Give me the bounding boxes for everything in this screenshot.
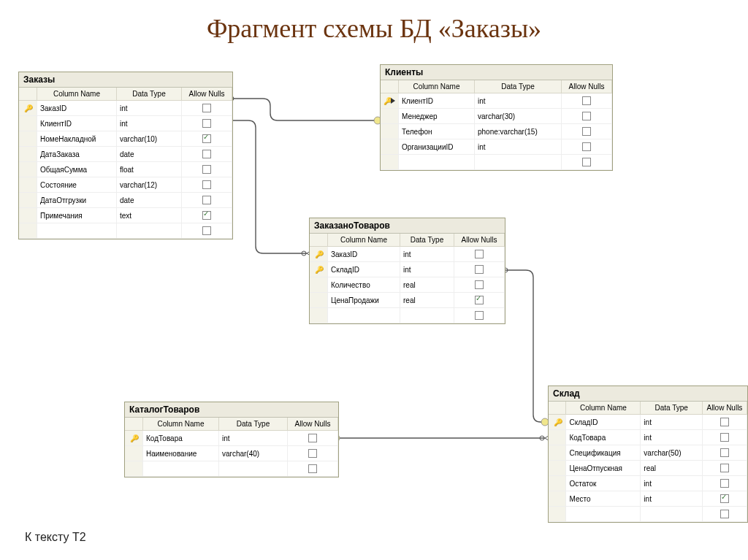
data-type-cell[interactable]: int <box>475 93 562 109</box>
allow-nulls-cell[interactable] <box>454 262 505 277</box>
data-type-cell[interactable]: int <box>117 101 182 116</box>
table-ordered-goods[interactable]: ЗаказаноТоваров Column Name Data Type Al… <box>309 218 505 324</box>
allow-nulls-checkbox[interactable] <box>475 265 484 274</box>
allow-nulls-checkbox[interactable] <box>202 180 211 189</box>
allow-nulls-cell[interactable] <box>562 109 612 124</box>
allow-nulls-cell[interactable] <box>702 507 747 522</box>
data-type-cell[interactable]: text <box>117 208 182 223</box>
allow-nulls-checkbox[interactable] <box>308 434 317 442</box>
table-row[interactable]: ДатаОтгрузкиdate <box>19 193 232 208</box>
data-type-cell[interactable] <box>641 507 703 522</box>
allow-nulls-checkbox[interactable] <box>720 448 729 457</box>
column-name-cell[interactable]: Остаток <box>566 476 641 491</box>
allow-nulls-checkbox[interactable] <box>202 226 211 235</box>
allow-nulls-cell[interactable] <box>288 461 338 477</box>
table-row[interactable]: Состояниеvarchar(12) <box>19 177 232 193</box>
table-row[interactable]: 🔑ЗаказIDint <box>310 247 505 262</box>
data-type-cell[interactable]: date <box>117 147 182 162</box>
data-type-cell[interactable]: int <box>475 139 562 155</box>
column-name-cell[interactable] <box>328 308 400 323</box>
data-type-cell[interactable]: real <box>641 461 703 476</box>
allow-nulls-checkbox[interactable] <box>202 165 211 174</box>
column-name-cell[interactable]: ОбщаяСумма <box>37 162 117 177</box>
data-type-cell[interactable]: real <box>400 277 454 293</box>
allow-nulls-checkbox[interactable] <box>582 127 591 136</box>
allow-nulls-cell[interactable] <box>288 431 338 446</box>
table-catalog[interactable]: КаталогТоваров Column Name Data Type All… <box>124 402 339 477</box>
allow-nulls-cell[interactable] <box>182 223 232 239</box>
data-type-cell[interactable]: varchar(10) <box>117 131 182 147</box>
data-type-cell[interactable] <box>400 308 454 323</box>
allow-nulls-cell[interactable] <box>562 155 612 170</box>
table-orders[interactable]: Заказы Column Name Data Type Allow Nulls… <box>18 72 233 239</box>
allow-nulls-cell[interactable] <box>562 93 612 109</box>
table-row[interactable]: 🔑СкладIDint <box>310 262 505 277</box>
allow-nulls-cell[interactable] <box>454 277 505 293</box>
column-name-cell[interactable] <box>399 155 475 170</box>
column-name-cell[interactable]: Телефон <box>399 124 475 139</box>
column-name-cell[interactable]: СкладID <box>328 262 400 277</box>
allow-nulls-checkbox[interactable] <box>720 418 729 426</box>
column-name-cell[interactable]: Количество <box>328 277 400 293</box>
table-row[interactable]: Менеджерvarchar(30) <box>381 109 612 124</box>
table-row[interactable]: Остатокint <box>549 476 747 491</box>
allow-nulls-checkbox[interactable] <box>202 150 211 158</box>
allow-nulls-cell[interactable] <box>288 446 338 461</box>
data-type-cell[interactable]: varchar(30) <box>475 109 562 124</box>
allow-nulls-checkbox[interactable] <box>475 280 484 289</box>
allow-nulls-checkbox[interactable] <box>202 134 211 143</box>
table-row[interactable]: 🔑СкладIDint <box>549 415 747 430</box>
table-row[interactable]: ОбщаяСуммаfloat <box>19 162 232 177</box>
allow-nulls-cell[interactable] <box>182 162 232 177</box>
table-clients[interactable]: Клиенты Column Name Data Type Allow Null… <box>380 64 613 171</box>
allow-nulls-cell[interactable] <box>702 461 747 476</box>
data-type-cell[interactable]: varchar(50) <box>641 445 703 461</box>
table-row[interactable]: Примечанияtext <box>19 208 232 223</box>
column-name-cell[interactable]: НомеНакладной <box>37 131 117 147</box>
column-name-cell[interactable]: ЗаказID <box>328 247 400 262</box>
allow-nulls-cell[interactable] <box>702 491 747 507</box>
table-stock[interactable]: Склад Column Name Data Type Allow Nulls … <box>548 386 748 523</box>
allow-nulls-cell[interactable] <box>454 247 505 262</box>
allow-nulls-checkbox[interactable] <box>720 433 729 442</box>
table-row[interactable] <box>381 155 612 170</box>
allow-nulls-cell[interactable] <box>562 124 612 139</box>
data-type-cell[interactable] <box>117 223 182 239</box>
data-type-cell[interactable]: phone:varchar(15) <box>475 124 562 139</box>
table-row[interactable]: ОрганизацииIDint <box>381 139 612 155</box>
table-row[interactable] <box>549 507 747 522</box>
data-type-cell[interactable]: int <box>641 415 703 430</box>
column-name-cell[interactable] <box>566 507 641 522</box>
data-type-cell[interactable]: real <box>400 293 454 308</box>
table-row[interactable] <box>19 223 232 239</box>
allow-nulls-cell[interactable] <box>702 445 747 461</box>
allow-nulls-checkbox[interactable] <box>475 296 484 304</box>
data-type-cell[interactable]: int <box>641 491 703 507</box>
column-name-cell[interactable]: Состояние <box>37 177 117 193</box>
allow-nulls-checkbox[interactable] <box>720 510 729 518</box>
column-name-cell[interactable]: Примечания <box>37 208 117 223</box>
data-type-cell[interactable]: float <box>117 162 182 177</box>
allow-nulls-checkbox[interactable] <box>202 211 211 220</box>
allow-nulls-checkbox[interactable] <box>582 112 591 120</box>
table-row[interactable] <box>310 308 505 323</box>
column-name-cell[interactable]: СкладID <box>566 415 641 430</box>
allow-nulls-cell[interactable] <box>562 139 612 155</box>
column-name-cell[interactable]: Менеджер <box>399 109 475 124</box>
data-type-cell[interactable] <box>475 155 562 170</box>
allow-nulls-checkbox[interactable] <box>582 142 591 151</box>
column-name-cell[interactable]: Наименование <box>143 446 219 461</box>
column-name-cell[interactable]: ЦенаПродажи <box>328 293 400 308</box>
allow-nulls-checkbox[interactable] <box>202 104 211 112</box>
table-row[interactable]: Количествоreal <box>310 277 505 293</box>
data-type-cell[interactable]: int <box>641 476 703 491</box>
column-name-cell[interactable]: КодТовара <box>566 430 641 445</box>
table-row[interactable]: 🔑ЗаказIDint <box>19 101 232 116</box>
data-type-cell[interactable]: varchar(40) <box>219 446 288 461</box>
allow-nulls-cell[interactable] <box>702 415 747 430</box>
data-type-cell[interactable] <box>219 461 288 477</box>
table-row[interactable]: ЦенаПродажиreal <box>310 293 505 308</box>
allow-nulls-cell[interactable] <box>702 430 747 445</box>
data-type-cell[interactable]: int <box>641 430 703 445</box>
column-name-cell[interactable]: КлиентID <box>37 116 117 131</box>
